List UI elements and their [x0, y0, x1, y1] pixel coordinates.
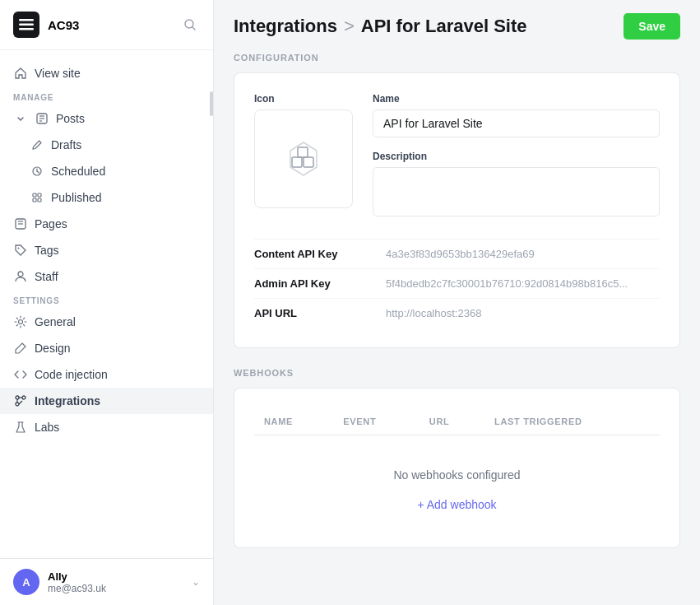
webhooks-empty-message: No webhooks configured: [254, 435, 660, 498]
svg-point-23: [22, 396, 25, 399]
integration-icon-graphic: [279, 134, 328, 184]
save-button[interactable]: Save: [624, 13, 680, 40]
svg-point-22: [16, 396, 19, 399]
admin-api-key-label: Admin API Key: [254, 277, 386, 290]
posts-icon: [35, 111, 49, 126]
content-api-key-value[interactable]: 4a3e3f83d9653bb136429efa69: [386, 248, 535, 260]
name-desc-column: Name Description: [373, 93, 660, 219]
sidebar-item-general-label: General: [35, 315, 76, 328]
sidebar-item-tags-label: Tags: [35, 244, 59, 257]
main-content: Integrations > API for Laravel Site Save…: [214, 0, 700, 605]
user-email: me@ac93.uk: [48, 583, 183, 594]
svg-point-21: [19, 320, 23, 324]
svg-rect-0: [19, 19, 34, 21]
sidebar-item-view-site[interactable]: View site: [0, 60, 213, 86]
sidebar-item-drafts-label: Drafts: [51, 138, 81, 151]
sidebar-item-published[interactable]: Published: [0, 184, 213, 211]
settings-section-label: SETTINGS: [0, 290, 213, 309]
sidebar-item-scheduled[interactable]: Scheduled: [0, 158, 213, 184]
chevron-down-icon: [13, 111, 28, 126]
sidebar-item-staff-label: Staff: [35, 270, 58, 283]
sidebar-item-posts[interactable]: Posts: [0, 105, 213, 132]
col-event: EVENT: [333, 408, 419, 435]
svg-rect-31: [298, 147, 308, 157]
svg-rect-2: [19, 28, 34, 30]
search-icon[interactable]: [180, 15, 200, 35]
svg-rect-29: [292, 157, 302, 167]
col-name: NAME: [254, 408, 333, 435]
sidebar-item-integrations-label: Integrations: [35, 394, 100, 407]
api-url-value[interactable]: http://localhost:2368: [386, 307, 481, 319]
sidebar-item-staff[interactable]: Staff: [0, 263, 213, 290]
grid-icon: [30, 190, 44, 205]
tag-icon: [13, 243, 28, 258]
user-chevron-icon: ⌄: [192, 576, 200, 588]
webhooks-table-body: No webhooks configured + Add webhook: [254, 435, 660, 528]
webhooks-section-label: WEBHOOKS: [234, 368, 680, 378]
sidebar-item-code-injection[interactable]: Code injection: [0, 361, 213, 388]
configuration-section-label: CONFIGURATION: [234, 53, 680, 63]
svg-point-20: [18, 272, 23, 277]
design-icon: [13, 341, 28, 356]
staff-icon: [13, 269, 28, 284]
webhooks-card: NAME EVENT URL LAST TRIGGERED No webhook…: [234, 388, 680, 548]
admin-api-key-value[interactable]: 5f4bdedb2c7fc30001b76710:92d0814b98b816c…: [386, 277, 628, 290]
description-textarea[interactable]: [373, 167, 660, 216]
description-field-label: Description: [373, 151, 660, 162]
sidebar-item-integrations[interactable]: Integrations: [0, 388, 213, 414]
svg-rect-30: [304, 157, 313, 167]
name-input[interactable]: [373, 109, 660, 137]
configuration-card: Icon: [234, 72, 680, 348]
sidebar-item-published-label: Published: [51, 191, 102, 204]
pencil-icon: [30, 137, 44, 152]
api-url-label: API URL: [254, 307, 386, 319]
brand: AC93: [13, 12, 79, 38]
svg-rect-13: [38, 193, 41, 197]
svg-line-11: [37, 171, 39, 173]
labs-icon: [13, 420, 28, 435]
sidebar-item-posts-label: Posts: [56, 112, 85, 125]
user-footer[interactable]: A Ally me@ac93.uk ⌄: [0, 558, 213, 605]
sidebar-item-scheduled-label: Scheduled: [51, 165, 105, 178]
brand-name: AC93: [48, 18, 79, 32]
sidebar-item-labs-label: Labs: [35, 421, 59, 434]
name-field-label: Name: [373, 93, 660, 105]
icon-column: Icon: [254, 93, 353, 219]
svg-rect-14: [33, 198, 36, 202]
svg-line-27: [19, 401, 22, 404]
sidebar-item-design[interactable]: Design: [0, 335, 213, 361]
sidebar-item-tags[interactable]: Tags: [0, 237, 213, 263]
home-icon: [13, 66, 28, 81]
integrations-icon: [13, 393, 28, 408]
main-scroll: CONFIGURATION Icon: [214, 53, 700, 605]
admin-api-key-row: Admin API Key 5f4bdedb2c7fc30001b76710:9…: [254, 268, 660, 298]
sidebar-item-pages[interactable]: Pages: [0, 211, 213, 237]
sidebar-item-design-label: Design: [35, 342, 71, 355]
webhooks-table-header: NAME EVENT URL LAST TRIGGERED: [254, 408, 660, 435]
content-api-key-label: Content API Key: [254, 248, 386, 260]
svg-rect-12: [33, 193, 36, 197]
clock-icon: [30, 164, 44, 179]
main-header: Integrations > API for Laravel Site Save: [214, 0, 700, 53]
user-name: Ally: [48, 570, 183, 583]
pages-icon: [13, 216, 28, 231]
api-url-row: API URL http://localhost:2368: [254, 298, 660, 328]
gear-icon: [13, 314, 28, 329]
sidebar-item-labs[interactable]: Labs: [0, 414, 213, 440]
icon-box[interactable]: [254, 109, 353, 208]
svg-rect-1: [19, 24, 34, 26]
svg-line-4: [192, 27, 196, 30]
svg-point-19: [18, 248, 20, 249]
sidebar-item-pages-label: Pages: [35, 217, 67, 230]
avatar: A: [13, 569, 39, 595]
sidebar-item-general[interactable]: General: [0, 309, 213, 335]
add-webhook-link[interactable]: + Add webhook: [254, 498, 660, 528]
svg-rect-15: [38, 198, 41, 202]
webhooks-table: NAME EVENT URL LAST TRIGGERED No webhook…: [254, 408, 660, 528]
breadcrumb-parent: Integrations: [234, 16, 337, 37]
sidebar: AC93 View site MANAGE: [0, 0, 214, 605]
svg-point-24: [16, 403, 19, 406]
sidebar-item-code-injection-label: Code injection: [35, 368, 108, 381]
sidebar-item-drafts[interactable]: Drafts: [0, 132, 213, 158]
icon-label: Icon: [254, 93, 353, 105]
